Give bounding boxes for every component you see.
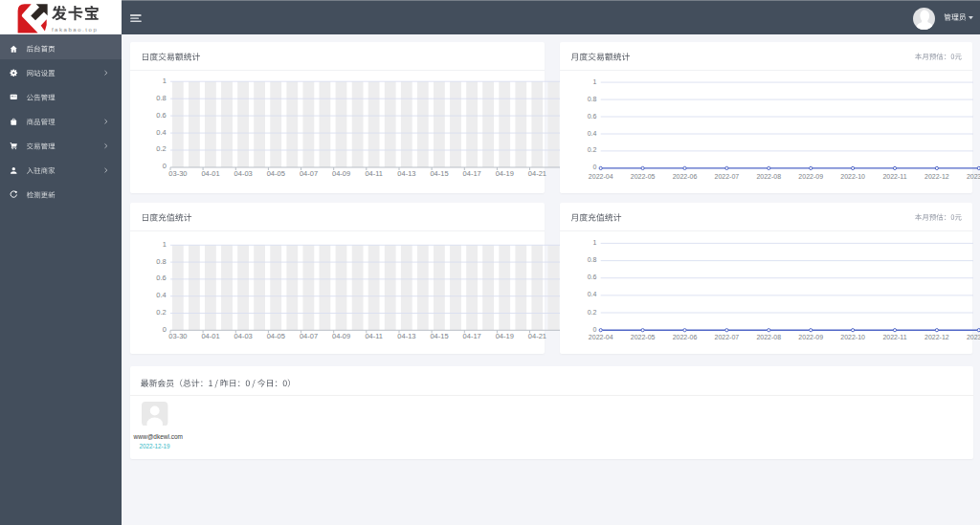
- svg-text:0.4: 0.4: [587, 292, 596, 298]
- svg-text:0.8: 0.8: [587, 256, 596, 263]
- svg-text:2022-10: 2022-10: [840, 174, 865, 181]
- svg-text:2022-08: 2022-08: [756, 335, 781, 341]
- svg-text:1: 1: [162, 240, 166, 249]
- svg-text:03-30: 03-30: [168, 169, 187, 178]
- svg-text:0: 0: [592, 164, 596, 171]
- svg-text:04-07: 04-07: [299, 169, 317, 178]
- svg-text:0.4: 0.4: [156, 128, 166, 137]
- svg-text:03-30: 03-30: [168, 332, 187, 340]
- svg-text:2022-07: 2022-07: [714, 335, 739, 341]
- svg-text:0.4: 0.4: [587, 130, 596, 137]
- svg-text:04-09: 04-09: [332, 332, 350, 340]
- svg-text:04-05: 04-05: [266, 169, 284, 178]
- svg-text:04-21: 04-21: [527, 169, 546, 178]
- svg-text:0: 0: [162, 163, 166, 171]
- svg-text:04-01: 04-01: [201, 332, 219, 340]
- svg-text:2022-09: 2022-09: [798, 335, 823, 341]
- svg-text:2022-04: 2022-04: [588, 335, 612, 341]
- svg-text:0: 0: [592, 326, 596, 333]
- svg-text:0.6: 0.6: [587, 113, 596, 120]
- svg-text:04-11: 04-11: [365, 169, 383, 178]
- svg-text:2022-04: 2022-04: [588, 174, 612, 181]
- svg-text:2022-12: 2022-12: [924, 335, 949, 341]
- svg-text:0.8: 0.8: [156, 94, 166, 102]
- svg-text:04-01: 04-01: [201, 169, 219, 178]
- svg-text:04-21: 04-21: [527, 332, 546, 340]
- svg-text:2023-01: 2023-01: [967, 335, 980, 341]
- svg-text:0.2: 0.2: [587, 147, 596, 154]
- svg-text:2022-06: 2022-06: [672, 335, 697, 341]
- svg-text:04-13: 04-13: [397, 332, 415, 340]
- svg-text:04-03: 04-03: [234, 169, 252, 178]
- svg-text:04-07: 04-07: [299, 332, 317, 340]
- svg-text:04-19: 04-19: [495, 169, 513, 178]
- svg-text:04-05: 04-05: [266, 332, 284, 340]
- svg-text:1: 1: [592, 239, 596, 246]
- svg-text:04-19: 04-19: [495, 332, 513, 340]
- svg-text:2022-12: 2022-12: [924, 174, 949, 181]
- svg-text:0.2: 0.2: [156, 308, 166, 317]
- svg-text:2022-08: 2022-08: [756, 174, 781, 181]
- svg-text:2022-06: 2022-06: [672, 174, 697, 181]
- svg-text:0.4: 0.4: [156, 291, 166, 299]
- svg-text:1: 1: [592, 78, 596, 85]
- svg-text:2022-11: 2022-11: [882, 335, 906, 341]
- svg-text:0.6: 0.6: [156, 111, 166, 120]
- svg-text:2023-01: 2023-01: [967, 174, 980, 181]
- svg-text:0.8: 0.8: [587, 96, 596, 102]
- svg-text:04-09: 04-09: [332, 169, 350, 178]
- svg-text:04-15: 04-15: [430, 169, 448, 178]
- svg-text:0.2: 0.2: [156, 145, 166, 154]
- svg-text:2022-11: 2022-11: [882, 174, 906, 181]
- svg-text:2022-10: 2022-10: [840, 335, 865, 341]
- svg-text:04-15: 04-15: [430, 332, 448, 340]
- svg-text:2022-05: 2022-05: [630, 174, 655, 181]
- svg-text:04-03: 04-03: [234, 332, 252, 340]
- svg-text:0.8: 0.8: [156, 257, 166, 266]
- svg-text:04-17: 04-17: [462, 169, 480, 178]
- svg-text:0: 0: [162, 325, 166, 334]
- svg-text:04-13: 04-13: [397, 169, 415, 178]
- svg-text:04-17: 04-17: [462, 332, 480, 340]
- svg-text:2022-05: 2022-05: [630, 335, 655, 341]
- svg-text:04-11: 04-11: [365, 332, 383, 340]
- svg-text:0.6: 0.6: [587, 274, 596, 281]
- svg-text:1: 1: [162, 77, 166, 85]
- svg-text:0.6: 0.6: [156, 274, 166, 283]
- svg-text:0.2: 0.2: [587, 309, 596, 316]
- svg-text:2022-09: 2022-09: [798, 174, 823, 181]
- svg-text:2022-07: 2022-07: [714, 174, 739, 181]
